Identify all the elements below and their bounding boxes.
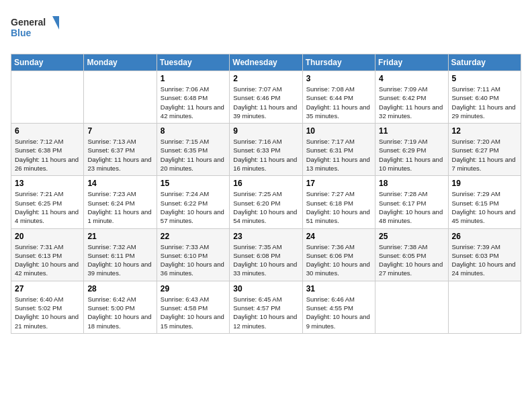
day-number: 2 <box>233 74 298 83</box>
calendar-cell: 25Sunrise: 7:38 AM Sunset: 6:05 PM Dayli… <box>375 228 448 281</box>
calendar-cell: 17Sunrise: 7:27 AM Sunset: 6:18 PM Dayli… <box>302 176 375 228</box>
calendar-table: SundayMondayTuesdayWednesdayThursdayFrid… <box>11 54 521 334</box>
day-info: Sunrise: 7:12 AM Sunset: 6:38 PM Dayligh… <box>15 137 80 173</box>
calendar-cell: 24Sunrise: 7:36 AM Sunset: 6:06 PM Dayli… <box>302 228 375 281</box>
day-number: 10 <box>306 126 371 136</box>
calendar-body: 1Sunrise: 7:06 AM Sunset: 6:48 PM Daylig… <box>11 71 521 334</box>
svg-text:General: General <box>11 17 46 28</box>
day-number: 3 <box>306 74 371 83</box>
day-info: Sunrise: 6:42 AM Sunset: 5:00 PM Dayligh… <box>87 295 152 330</box>
calendar-cell: 31Sunrise: 6:46 AM Sunset: 4:55 PM Dayli… <box>302 281 375 333</box>
day-info: Sunrise: 7:09 AM Sunset: 6:42 PM Dayligh… <box>379 85 444 120</box>
calendar-week-row: 13Sunrise: 7:21 AM Sunset: 6:25 PM Dayli… <box>11 176 521 228</box>
day-number: 23 <box>233 232 298 241</box>
calendar-cell: 3Sunrise: 7:08 AM Sunset: 6:44 PM Daylig… <box>302 71 375 124</box>
day-info: Sunrise: 7:13 AM Sunset: 6:37 PM Dayligh… <box>87 137 152 173</box>
calendar-cell: 13Sunrise: 7:21 AM Sunset: 6:25 PM Dayli… <box>11 176 84 228</box>
calendar-cell: 26Sunrise: 7:39 AM Sunset: 6:03 PM Dayli… <box>448 228 521 281</box>
day-info: Sunrise: 7:17 AM Sunset: 6:31 PM Dayligh… <box>306 137 371 173</box>
day-number: 1 <box>161 74 226 83</box>
day-number: 28 <box>87 284 152 293</box>
day-info: Sunrise: 7:06 AM Sunset: 6:48 PM Dayligh… <box>161 85 226 120</box>
day-number: 30 <box>233 284 298 293</box>
calendar-cell <box>84 71 157 124</box>
day-number: 7 <box>87 126 152 136</box>
day-info: Sunrise: 7:25 AM Sunset: 6:20 PM Dayligh… <box>233 189 298 225</box>
day-number: 21 <box>87 232 152 241</box>
day-number: 15 <box>161 179 226 188</box>
calendar-cell: 14Sunrise: 7:23 AM Sunset: 6:24 PM Dayli… <box>84 176 157 228</box>
day-number: 14 <box>87 179 152 188</box>
day-number: 4 <box>379 74 444 83</box>
calendar-cell: 1Sunrise: 7:06 AM Sunset: 6:48 PM Daylig… <box>157 71 229 124</box>
day-info: Sunrise: 7:32 AM Sunset: 6:11 PM Dayligh… <box>87 242 152 278</box>
day-number: 13 <box>15 179 80 188</box>
day-number: 18 <box>379 179 444 188</box>
calendar-cell: 23Sunrise: 7:35 AM Sunset: 6:08 PM Dayli… <box>230 228 302 281</box>
day-number: 6 <box>15 126 80 136</box>
day-info: Sunrise: 7:21 AM Sunset: 6:25 PM Dayligh… <box>15 189 80 225</box>
day-info: Sunrise: 7:07 AM Sunset: 6:46 PM Dayligh… <box>233 85 298 120</box>
logo-svg: General Blue <box>11 11 64 44</box>
calendar-cell: 20Sunrise: 7:31 AM Sunset: 6:13 PM Dayli… <box>11 228 84 281</box>
calendar-cell: 28Sunrise: 6:42 AM Sunset: 5:00 PM Dayli… <box>84 281 157 333</box>
svg-text:Blue: Blue <box>11 28 32 38</box>
calendar-cell: 12Sunrise: 7:20 AM Sunset: 6:27 PM Dayli… <box>448 124 521 176</box>
calendar-week-row: 6Sunrise: 7:12 AM Sunset: 6:38 PM Daylig… <box>11 124 521 176</box>
day-info: Sunrise: 7:23 AM Sunset: 6:24 PM Dayligh… <box>87 189 152 225</box>
calendar-cell: 27Sunrise: 6:40 AM Sunset: 5:02 PM Dayli… <box>11 281 84 333</box>
calendar-cell: 18Sunrise: 7:28 AM Sunset: 6:17 PM Dayli… <box>375 176 448 228</box>
day-number: 20 <box>15 232 80 241</box>
day-info: Sunrise: 7:33 AM Sunset: 6:10 PM Dayligh… <box>161 242 226 278</box>
day-number: 12 <box>452 126 517 136</box>
calendar-cell: 16Sunrise: 7:25 AM Sunset: 6:20 PM Dayli… <box>230 176 302 228</box>
day-info: Sunrise: 7:28 AM Sunset: 6:17 PM Dayligh… <box>379 189 444 225</box>
calendar-day-header: Saturday <box>448 54 521 71</box>
calendar-cell: 22Sunrise: 7:33 AM Sunset: 6:10 PM Dayli… <box>157 228 229 281</box>
calendar-week-row: 20Sunrise: 7:31 AM Sunset: 6:13 PM Dayli… <box>11 228 521 281</box>
day-number: 22 <box>161 232 226 241</box>
day-number: 27 <box>15 284 80 293</box>
calendar-cell: 5Sunrise: 7:11 AM Sunset: 6:40 PM Daylig… <box>448 71 521 124</box>
day-number: 11 <box>379 126 444 136</box>
day-info: Sunrise: 6:45 AM Sunset: 4:57 PM Dayligh… <box>233 295 298 330</box>
day-info: Sunrise: 6:46 AM Sunset: 4:55 PM Dayligh… <box>306 295 371 330</box>
calendar-cell: 15Sunrise: 7:24 AM Sunset: 6:22 PM Dayli… <box>157 176 229 228</box>
day-number: 8 <box>161 126 226 136</box>
calendar-cell: 21Sunrise: 7:32 AM Sunset: 6:11 PM Dayli… <box>84 228 157 281</box>
day-number: 24 <box>306 232 371 241</box>
calendar-cell: 19Sunrise: 7:29 AM Sunset: 6:15 PM Dayli… <box>448 176 521 228</box>
day-info: Sunrise: 6:40 AM Sunset: 5:02 PM Dayligh… <box>15 295 80 330</box>
day-number: 26 <box>452 232 517 241</box>
day-info: Sunrise: 7:39 AM Sunset: 6:03 PM Dayligh… <box>452 242 517 278</box>
day-info: Sunrise: 7:35 AM Sunset: 6:08 PM Dayligh… <box>233 242 298 278</box>
calendar-week-row: 1Sunrise: 7:06 AM Sunset: 6:48 PM Daylig… <box>11 71 521 124</box>
day-info: Sunrise: 7:20 AM Sunset: 6:27 PM Dayligh… <box>452 137 517 173</box>
calendar-day-header: Monday <box>84 54 157 71</box>
calendar-cell: 4Sunrise: 7:09 AM Sunset: 6:42 PM Daylig… <box>375 71 448 124</box>
day-info: Sunrise: 7:38 AM Sunset: 6:05 PM Dayligh… <box>379 242 444 278</box>
calendar-day-header: Sunday <box>11 54 84 71</box>
day-number: 29 <box>161 284 226 293</box>
day-info: Sunrise: 7:15 AM Sunset: 6:35 PM Dayligh… <box>161 137 226 173</box>
day-info: Sunrise: 7:27 AM Sunset: 6:18 PM Dayligh… <box>306 189 371 225</box>
calendar-cell: 10Sunrise: 7:17 AM Sunset: 6:31 PM Dayli… <box>302 124 375 176</box>
day-info: Sunrise: 7:36 AM Sunset: 6:06 PM Dayligh… <box>306 242 371 278</box>
day-info: Sunrise: 7:24 AM Sunset: 6:22 PM Dayligh… <box>161 189 226 225</box>
day-info: Sunrise: 7:29 AM Sunset: 6:15 PM Dayligh… <box>452 189 517 225</box>
day-number: 25 <box>379 232 444 241</box>
day-number: 17 <box>306 179 371 188</box>
calendar-cell <box>448 281 521 333</box>
calendar-cell: 29Sunrise: 6:43 AM Sunset: 4:58 PM Dayli… <box>157 281 229 333</box>
day-number: 5 <box>452 74 517 83</box>
calendar-cell: 6Sunrise: 7:12 AM Sunset: 6:38 PM Daylig… <box>11 124 84 176</box>
day-info: Sunrise: 7:16 AM Sunset: 6:33 PM Dayligh… <box>233 137 298 173</box>
day-number: 31 <box>306 284 371 293</box>
calendar-cell: 2Sunrise: 7:07 AM Sunset: 6:46 PM Daylig… <box>230 71 302 124</box>
calendar-cell: 8Sunrise: 7:15 AM Sunset: 6:35 PM Daylig… <box>157 124 229 176</box>
day-number: 19 <box>452 179 517 188</box>
calendar-day-header: Thursday <box>302 54 375 71</box>
day-info: Sunrise: 7:11 AM Sunset: 6:40 PM Dayligh… <box>452 85 517 120</box>
logo: General Blue <box>11 11 64 47</box>
calendar-cell: 9Sunrise: 7:16 AM Sunset: 6:33 PM Daylig… <box>230 124 302 176</box>
